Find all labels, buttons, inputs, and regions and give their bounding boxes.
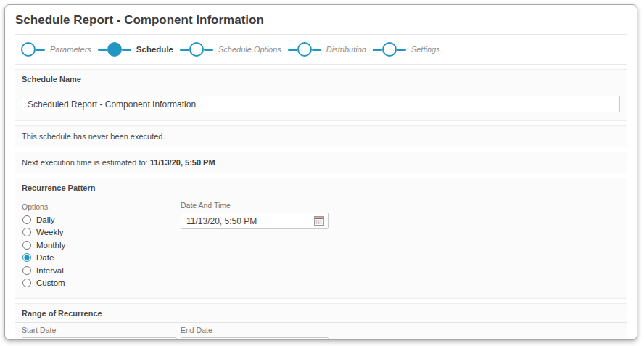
radio-weekly-input[interactable] — [22, 228, 31, 236]
stepper-connector — [373, 49, 382, 51]
range-of-recurrence-section: Range of Recurrence Start Date — [15, 303, 627, 340]
stepper-connector — [98, 49, 107, 51]
step-label: Parameters — [50, 45, 91, 54]
step-circle-icon — [107, 42, 122, 57]
step-schedule-options[interactable]: Schedule Options — [180, 42, 288, 57]
stepper-connector — [397, 49, 406, 51]
date-and-time-label: Date And Time — [181, 201, 329, 210]
never-executed-text: This schedule has never been executed. — [15, 126, 627, 147]
radio-daily-input[interactable] — [22, 215, 31, 224]
step-label: Distribution — [326, 45, 366, 54]
radio-custom[interactable]: Custom — [22, 277, 181, 290]
range-of-recurrence-header: Range of Recurrence — [15, 304, 627, 323]
execution-status-section: This schedule has never been executed. — [15, 125, 627, 147]
schedule-report-dialog: Schedule Report - Component Information … — [4, 4, 637, 340]
step-circle-icon — [189, 42, 204, 57]
radio-custom-input[interactable] — [22, 279, 31, 287]
radio-label: Interval — [36, 266, 64, 275]
radio-label: Custom — [36, 279, 65, 287]
step-circle-icon — [297, 42, 312, 57]
schedule-name-section: Schedule Name — [15, 69, 627, 121]
radio-label: Monthly — [36, 241, 65, 250]
stepper-connector — [204, 49, 213, 51]
stepper-connector — [36, 49, 45, 51]
radio-monthly[interactable]: Monthly — [22, 239, 181, 252]
start-date-label: Start Date — [22, 326, 177, 334]
step-label: Settings — [411, 45, 440, 54]
radio-daily[interactable]: Daily — [22, 213, 181, 226]
end-date-input[interactable] — [181, 337, 329, 340]
date-and-time-input[interactable] — [181, 213, 329, 229]
start-date-input[interactable] — [22, 337, 177, 340]
radio-weekly[interactable]: Weekly — [22, 226, 181, 239]
radio-date-input[interactable] — [22, 253, 31, 262]
step-schedule[interactable]: Schedule — [98, 42, 180, 57]
schedule-name-input[interactable] — [22, 96, 620, 112]
step-parameters[interactable]: Parameters — [21, 42, 98, 57]
stepper-connector — [288, 49, 297, 51]
stepper-connector — [312, 49, 321, 51]
radio-label: Daily — [36, 215, 55, 224]
step-settings[interactable]: Settings — [373, 42, 447, 57]
recurrence-pattern-section: Recurrence Pattern Options Daily Weekly … — [15, 178, 627, 299]
radio-monthly-input[interactable] — [22, 241, 31, 250]
radio-label: Date — [36, 253, 54, 262]
recurrence-pattern-header: Recurrence Pattern — [15, 178, 627, 197]
step-distribution[interactable]: Distribution — [288, 42, 373, 57]
wizard-stepper: Parameters Schedule Schedule Options Dis… — [15, 34, 627, 65]
stepper-connector — [180, 49, 189, 51]
end-date-label: End Date — [181, 326, 329, 334]
step-circle-icon — [21, 42, 36, 57]
radio-date[interactable]: Date — [22, 252, 181, 265]
page-title: Schedule Report - Component Information — [15, 13, 627, 28]
step-circle-icon — [382, 42, 397, 57]
radio-interval[interactable]: Interval — [22, 264, 181, 277]
options-label: Options — [22, 202, 181, 211]
next-execution-section: Next execution time is estimated to: 11/… — [15, 152, 627, 173]
next-execution-prefix: Next execution time is estimated to: — [22, 158, 150, 167]
next-execution-text: Next execution time is estimated to: 11/… — [15, 152, 627, 173]
radio-label: Weekly — [36, 228, 64, 236]
step-label: Schedule — [136, 45, 173, 54]
schedule-name-header: Schedule Name — [15, 70, 627, 88]
next-execution-value: 11/13/20, 5:50 PM — [150, 158, 215, 167]
calendar-icon[interactable] — [314, 216, 324, 226]
radio-interval-input[interactable] — [22, 266, 31, 275]
stepper-connector — [122, 49, 131, 51]
step-label: Schedule Options — [218, 45, 281, 54]
